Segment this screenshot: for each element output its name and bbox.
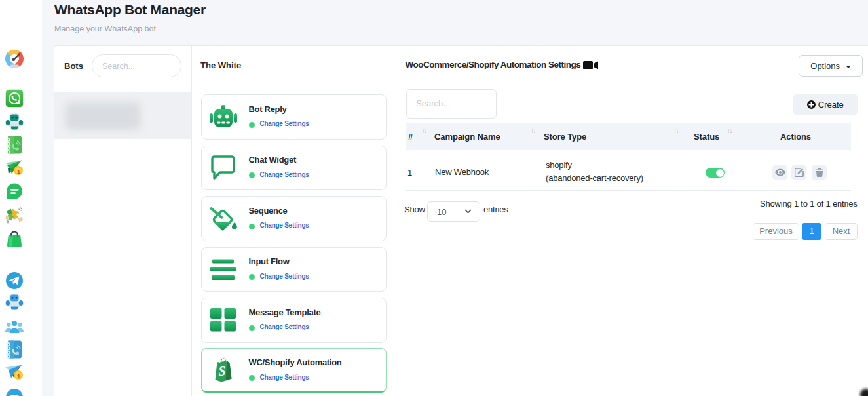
svg-text:S: S — [218, 364, 225, 378]
svg-text:1: 1 — [17, 372, 21, 380]
svg-text:1: 1 — [17, 168, 21, 175]
